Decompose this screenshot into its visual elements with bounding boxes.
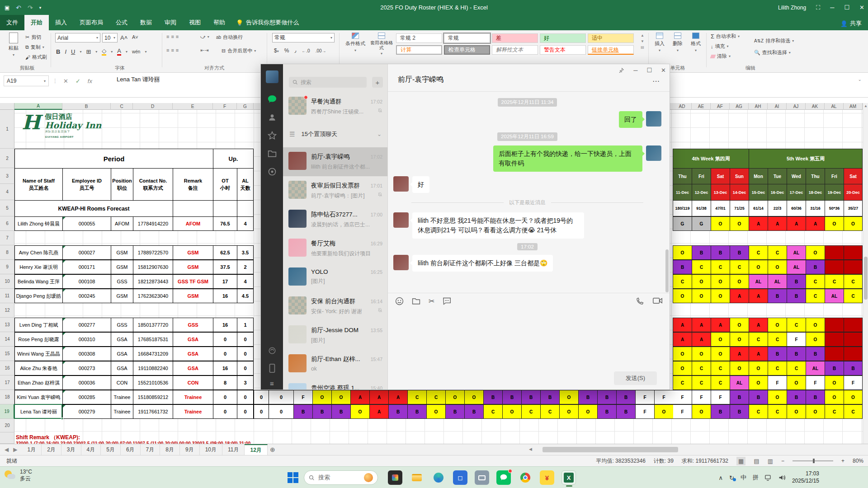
- staff-col-header[interactable]: AL天数: [237, 168, 254, 200]
- row-header-4[interactable]: 4: [0, 184, 14, 200]
- roster-cell[interactable]: O: [730, 318, 749, 332]
- taskbar-clock[interactable]: 17:03 2025/12/15: [792, 470, 819, 484]
- screenshot-icon[interactable]: ✂: [429, 297, 434, 305]
- roster-cell[interactable]: C: [692, 361, 711, 375]
- roster-cell[interactable]: B: [749, 390, 768, 404]
- position-cell[interactable]: GSS: [111, 274, 133, 289]
- clear-button[interactable]: 清除▾: [711, 53, 731, 60]
- period-header[interactable]: Period: [14, 149, 213, 168]
- remark-cell[interactable]: GSA: [173, 347, 213, 361]
- format-as-table-button[interactable]: 套用表格格式▾: [370, 33, 393, 56]
- position-cell[interactable]: GSA: [111, 332, 133, 347]
- row-header-11[interactable]: 11: [0, 289, 14, 303]
- roster-cell[interactable]: C: [692, 375, 711, 390]
- roster-cell[interactable]: O: [749, 361, 768, 375]
- roster-cell[interactable]: C: [749, 332, 768, 347]
- remark-cell[interactable]: GSS: [173, 318, 213, 332]
- row-header-12[interactable]: 12: [0, 303, 14, 318]
- roster-cell[interactable]: [825, 260, 844, 274]
- employee-id-cell[interactable]: 000245: [62, 289, 111, 303]
- cell-style-常规[interactable]: 常规: [444, 33, 490, 43]
- excel-taskbar-icon[interactable]: X: [561, 470, 576, 485]
- row-header-21[interactable]: [0, 432, 14, 444]
- row-header-1[interactable]: 1: [0, 110, 14, 149]
- row-header-19[interactable]: 19: [0, 404, 14, 419]
- chat-list-item[interactable]: YOLO16:25[图片]: [283, 263, 388, 292]
- borders-icon[interactable]: ⊞: [86, 48, 91, 55]
- roster-cell[interactable]: AL: [749, 274, 768, 289]
- roster-cell[interactable]: A: [730, 289, 749, 303]
- ime-mode-indicator[interactable]: 拼: [753, 474, 759, 482]
- roster-cell[interactable]: B: [730, 390, 749, 404]
- cell-style-链接单元格[interactable]: 链接单元格: [588, 45, 634, 55]
- total-cell[interactable]: 0: [269, 390, 293, 404]
- number-format-select[interactable]: 常规▾: [272, 33, 335, 42]
- roster-cell[interactable]: G: [673, 216, 692, 231]
- zoom-out-icon[interactable]: −: [781, 458, 784, 464]
- column-header-D[interactable]: D: [133, 103, 173, 110]
- staff-col-header[interactable]: Contact No.联系方式: [133, 168, 173, 200]
- roster-cell[interactable]: B: [711, 404, 730, 419]
- table-cell[interactable]: [237, 200, 254, 216]
- formula-content[interactable]: Lena Tan 谭玲丽: [117, 75, 160, 84]
- ribbon-tab-开始[interactable]: 开始: [24, 15, 49, 30]
- roster-cell[interactable]: B: [293, 404, 312, 419]
- paste-button[interactable]: 粘贴▾: [5, 33, 23, 57]
- roster-cell[interactable]: C: [787, 318, 806, 332]
- roster-cell[interactable]: B: [692, 245, 711, 260]
- table-cell[interactable]: [213, 200, 237, 216]
- roster-cell[interactable]: B: [730, 404, 749, 419]
- chat-list-item[interactable]: 餐厅艾梅16:29他要重新给我们设计项目: [283, 234, 388, 263]
- ot-cell[interactable]: 17: [213, 274, 237, 289]
- merge-center-button[interactable]: ⊟合并后居中▾: [222, 47, 256, 54]
- ribbon-tab-文件[interactable]: 文件: [0, 15, 24, 30]
- roster-cell[interactable]: B: [616, 390, 635, 404]
- delete-cells-button[interactable]: 删除▾: [670, 33, 685, 52]
- al-cell[interactable]: 4: [237, 274, 254, 289]
- sheet-tab-2月[interactable]: 2月: [42, 444, 61, 455]
- moments-tab-icon[interactable]: [261, 163, 283, 181]
- roster-cell[interactable]: C: [426, 390, 445, 404]
- row-header-17[interactable]: 17: [0, 375, 14, 390]
- contact-cell[interactable]: 16684731209: [133, 347, 173, 361]
- sheet-tab-11月[interactable]: 11月: [222, 444, 245, 455]
- roster-cell[interactable]: O: [692, 347, 711, 361]
- roster-cell[interactable]: B: [787, 274, 806, 289]
- menu-icon[interactable]: ≡: [270, 382, 274, 385]
- roster-cell[interactable]: B: [825, 361, 844, 375]
- decrease-decimal-icon[interactable]: .00→: [316, 48, 326, 53]
- roster-cell[interactable]: O: [787, 375, 806, 390]
- roster-cell[interactable]: O: [806, 404, 825, 419]
- font-color-icon[interactable]: A: [117, 47, 121, 56]
- increase-decimal-icon[interactable]: ←.0: [302, 48, 310, 53]
- roster-cell[interactable]: O: [825, 390, 844, 404]
- column-header-AH[interactable]: AH: [749, 103, 768, 110]
- ribbon-tab-公式[interactable]: 公式: [109, 15, 134, 30]
- roster-cell[interactable]: A: [749, 289, 768, 303]
- italic-button[interactable]: I: [65, 48, 66, 55]
- phone-icon[interactable]: [269, 364, 275, 373]
- roster-cell[interactable]: O: [787, 404, 806, 419]
- al-cell[interactable]: 4: [237, 216, 254, 231]
- roster-cell[interactable]: A: [692, 318, 711, 332]
- ot-cell[interactable]: 16: [213, 318, 237, 332]
- position-cell[interactable]: GSM: [111, 245, 133, 260]
- sheet-tab-7月[interactable]: 7月: [141, 444, 160, 455]
- message-input[interactable]: [388, 309, 670, 369]
- roster-cell[interactable]: F: [673, 404, 692, 419]
- staff-col-header[interactable]: OT小时: [213, 168, 237, 200]
- ribbon-tab-数据[interactable]: 数据: [134, 15, 158, 30]
- zoom-level[interactable]: 80%: [853, 458, 863, 464]
- row-header-10[interactable]: 10: [0, 274, 14, 289]
- roster-cell[interactable]: C: [692, 260, 711, 274]
- remark-cell[interactable]: GSA: [173, 361, 213, 375]
- roster-cell[interactable]: B: [502, 390, 521, 404]
- chat-list-item[interactable]: 前厅-Ethan 赵梓...15:47ok: [283, 350, 388, 379]
- roster-cell[interactable]: B: [730, 245, 749, 260]
- roster-cell[interactable]: B: [844, 361, 863, 375]
- halign-icons[interactable]: ≡≡≡: [166, 47, 180, 53]
- roster-cell[interactable]: B: [806, 260, 825, 274]
- roster-cell[interactable]: F: [768, 375, 787, 390]
- row-header-15[interactable]: 15: [0, 347, 14, 361]
- pinned-chats-toggle[interactable]: ☰15个置顶聊天⌄: [283, 121, 388, 147]
